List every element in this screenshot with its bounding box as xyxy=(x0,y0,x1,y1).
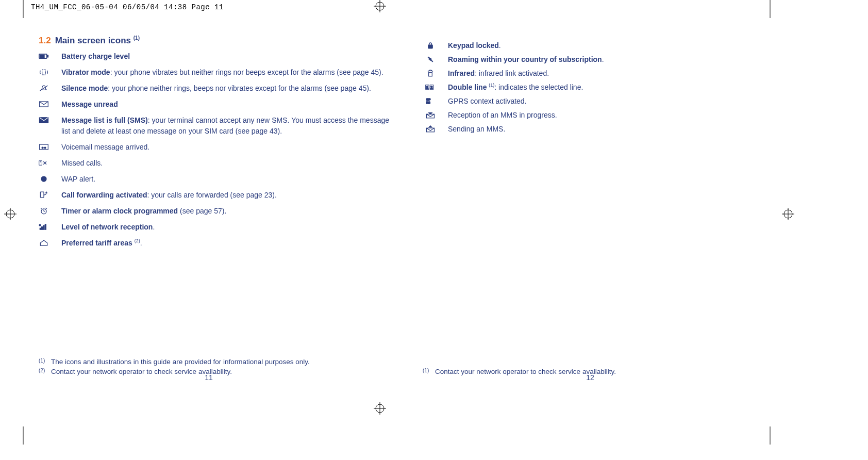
missed-icon xyxy=(39,158,61,167)
section-heading: 1.2Main screen icons (1) xyxy=(39,35,389,46)
svg-line-35 xyxy=(41,208,42,209)
desc-bold: Roaming within your country of subscript… xyxy=(448,55,602,63)
forward-icon xyxy=(39,190,61,199)
icon-description: Message unread xyxy=(61,99,389,110)
icon-definition-row: Roaming within your country of subscript… xyxy=(425,54,776,65)
desc-rest: Sending an MMS. xyxy=(448,125,505,133)
svg-rect-42 xyxy=(428,45,432,48)
icon-description: Preferred tariff areas (2). xyxy=(61,238,389,249)
desc-rest: : your phone neither rings, beeps nor vi… xyxy=(108,84,371,92)
icon-definition-row: 12Double line (1): indicates the selecte… xyxy=(425,82,776,93)
home-icon xyxy=(39,238,61,247)
desc-rest: . xyxy=(153,223,155,231)
pdf-header-info: TH4_UM_FCC_06-05-04 06/05/04 14:38 Page … xyxy=(31,3,224,11)
icon-definition-row: Timer or alarm clock programmed (see pag… xyxy=(39,206,389,217)
double-line-icon: 12 xyxy=(425,82,448,91)
footnote-mark: (2) xyxy=(39,367,51,376)
crop-mark-top-right xyxy=(765,0,775,21)
desc-bold: Call forwarding activated xyxy=(61,191,147,199)
icon-list-left: Battery charge levelVibrator mode: your … xyxy=(39,51,389,249)
icon-definition-row: Preferred tariff areas (2). xyxy=(39,238,389,249)
desc-bold: Silence mode xyxy=(61,84,108,92)
desc-rest: Missed calls. xyxy=(61,159,103,167)
desc-bold: Keypad locked xyxy=(448,41,499,50)
footnote: (1)The icons and illustrations in this g… xyxy=(39,357,389,367)
icon-definition-row: Voicemail message arrived. xyxy=(39,142,389,153)
svg-line-36 xyxy=(45,208,47,209)
desc-bold: Vibrator mode xyxy=(61,68,110,76)
icon-definition-row: Vibrator mode: your phone vibrates but n… xyxy=(39,67,389,78)
icon-description: Sending an MMS. xyxy=(448,124,776,135)
infrared-icon xyxy=(425,68,448,77)
silence-icon xyxy=(39,83,61,92)
right-page-content: Keypad locked.Roaming within your countr… xyxy=(425,35,776,254)
footnote-text: The icons and illustrations in this guid… xyxy=(51,357,310,367)
section-title: Main screen icons xyxy=(55,36,131,45)
icon-description: Voicemail message arrived. xyxy=(61,142,389,153)
svg-rect-19 xyxy=(42,70,46,75)
desc-bold: Double line xyxy=(448,83,489,91)
icon-definition-row: Call forwarding activated: your calls ar… xyxy=(39,190,389,201)
envelope-fill-icon xyxy=(39,115,61,124)
desc-rest: Reception of an MMS in progress. xyxy=(448,111,557,119)
svg-rect-23 xyxy=(40,144,48,150)
icon-description: GPRS context activated. xyxy=(448,96,776,107)
desc-bold: Infrared xyxy=(448,69,475,77)
desc-rest: : your calls are forwarded (see page 23)… xyxy=(147,191,276,199)
vibrate-icon xyxy=(39,67,61,76)
icon-description: Battery charge level xyxy=(61,51,389,62)
desc-rest: : indicates the selected line. xyxy=(494,83,583,91)
svg-point-41 xyxy=(39,224,41,226)
register-mark-bottom xyxy=(370,401,390,416)
svg-text:RS: RS xyxy=(426,101,430,104)
desc-rest: (see page 57). xyxy=(178,207,226,215)
page-number-right: 12 xyxy=(582,373,598,382)
icon-description: Keypad locked. xyxy=(448,40,776,51)
wap-icon: @ xyxy=(39,174,61,183)
desc-footnote-ref: (1) xyxy=(489,83,494,88)
svg-rect-17 xyxy=(40,55,44,57)
section-footnote-ref: (1) xyxy=(133,35,140,41)
desc-rest: . xyxy=(602,55,604,63)
icon-description: Roaming within your country of subscript… xyxy=(448,54,776,65)
icon-definition-row: Level of network reception. xyxy=(39,222,389,233)
mms-out-icon xyxy=(425,124,448,133)
footnotes-right: (1)Contact your network operator to chec… xyxy=(423,367,722,377)
crop-mark-top-left xyxy=(18,0,28,21)
crop-mark-bottom-left xyxy=(18,424,28,445)
desc-rest: . xyxy=(499,41,501,50)
footnote: (1)Contact your network operator to chec… xyxy=(423,367,722,376)
icon-definition-row: Message list is full (SMS): your termina… xyxy=(39,115,389,137)
page-spread: TH4_UM_FCC_06-05-04 06/05/04 14:38 Page … xyxy=(0,0,868,460)
desc-rest: WAP alert. xyxy=(61,175,95,183)
left-page-content: 1.2Main screen icons (1) Battery charge … xyxy=(39,35,389,254)
desc-rest: : your phone vibrates but neither rings … xyxy=(110,68,383,76)
battery-icon xyxy=(39,51,61,60)
icon-definition-row: Missed calls. xyxy=(39,158,389,169)
desc-footnote-ref: (2) xyxy=(135,238,140,243)
voicemail-icon xyxy=(39,142,61,151)
desc-rest: Voicemail message arrived. xyxy=(61,143,149,151)
icon-definition-row: Reception of an MMS in progress. xyxy=(425,110,776,121)
icon-definition-row: Sending an MMS. xyxy=(425,124,776,135)
svg-rect-37 xyxy=(40,228,41,229)
svg-rect-40 xyxy=(45,224,46,229)
signal-icon xyxy=(39,222,61,231)
register-mark-top xyxy=(370,0,390,15)
desc-bold: Battery charge level xyxy=(61,52,130,60)
icon-description: Vibrator mode: your phone vibrates but n… xyxy=(61,67,389,78)
desc-bold: Message unread xyxy=(61,100,118,108)
desc-bold: Timer or alarm clock programmed xyxy=(61,207,178,215)
gprs-icon: GPRS xyxy=(425,96,448,105)
svg-text:2: 2 xyxy=(431,86,433,90)
svg-rect-31 xyxy=(40,192,44,198)
lock-icon xyxy=(425,40,448,50)
desc-rest: : infrared link activated. xyxy=(475,69,549,77)
desc-rest: GPRS context activated. xyxy=(448,97,527,105)
icon-description: Message list is full (SMS): your termina… xyxy=(61,115,389,137)
icon-list-right: Keypad locked.Roaming within your countr… xyxy=(425,40,776,135)
desc-bold: Preferred tariff areas xyxy=(61,239,135,247)
icon-description: Missed calls. xyxy=(61,158,389,169)
section-number: 1.2 xyxy=(39,36,51,45)
icon-description: Silence mode: your phone neither rings, … xyxy=(61,83,389,94)
